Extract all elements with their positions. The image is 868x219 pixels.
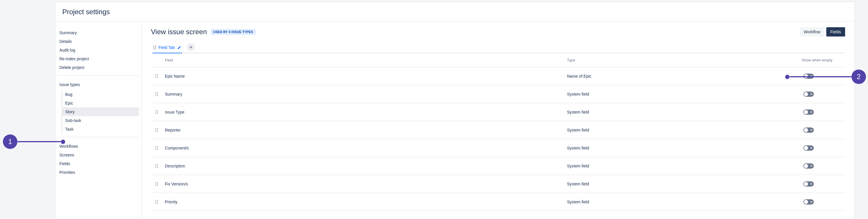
sidebar-item-epic[interactable]: Epic bbox=[62, 99, 139, 107]
sidebar-item-delete-project[interactable]: Delete project bbox=[58, 63, 139, 72]
cell-field: Component/s bbox=[162, 146, 567, 150]
svg-point-9 bbox=[157, 75, 158, 76]
plus-icon bbox=[189, 45, 193, 49]
svg-point-39 bbox=[157, 165, 158, 166]
svg-point-35 bbox=[157, 149, 158, 150]
cell-field: Summary bbox=[162, 92, 567, 96]
svg-point-19 bbox=[157, 110, 158, 111]
svg-point-15 bbox=[157, 94, 158, 94]
sidebar-item-subtask[interactable]: Sub-task bbox=[62, 116, 139, 125]
row-drag-handle-icon[interactable] bbox=[151, 146, 162, 150]
svg-point-40 bbox=[156, 167, 156, 168]
add-tab-button[interactable] bbox=[187, 43, 195, 51]
row-drag-handle-icon[interactable] bbox=[151, 182, 162, 186]
svg-point-33 bbox=[157, 148, 158, 148]
svg-point-41 bbox=[157, 167, 158, 168]
row-drag-handle-icon[interactable] bbox=[151, 92, 162, 96]
svg-point-44 bbox=[156, 183, 156, 184]
show-when-empty-toggle[interactable] bbox=[803, 146, 814, 151]
content: View issue screen USED BY 4 ISSUE TYPES … bbox=[142, 22, 855, 219]
cell-field: Fix Version/s bbox=[162, 182, 567, 186]
cell-type: Name of Epic bbox=[567, 74, 764, 79]
th-show-when-empty: Show when empty bbox=[764, 58, 845, 62]
th-type: Type bbox=[567, 58, 764, 62]
table-row: Fix Version/s System field bbox=[151, 175, 845, 193]
show-when-empty-toggle[interactable] bbox=[803, 92, 814, 97]
view-toggle-group: Workflow Fields bbox=[800, 27, 845, 36]
svg-point-30 bbox=[156, 146, 156, 147]
sidebar-item-reindex[interactable]: Re-index project bbox=[58, 55, 139, 63]
annotation-line bbox=[18, 141, 61, 142]
sidebar-item-summary[interactable]: Summary bbox=[58, 28, 139, 37]
toggle-fields[interactable]: Fields bbox=[826, 27, 845, 36]
svg-point-37 bbox=[157, 164, 158, 165]
sidebar-item-bug[interactable]: Bug bbox=[62, 90, 139, 99]
cell-field: Priority bbox=[162, 199, 567, 204]
row-drag-handle-icon[interactable] bbox=[151, 110, 162, 114]
show-when-empty-toggle[interactable] bbox=[803, 163, 814, 168]
sidebar-item-priorities[interactable]: Priorities bbox=[58, 168, 139, 177]
svg-point-26 bbox=[156, 129, 156, 130]
sidebar-item-fields[interactable]: Fields bbox=[58, 159, 139, 168]
sidebar-item-audit-log[interactable]: Audit log bbox=[58, 46, 139, 55]
show-when-empty-toggle[interactable] bbox=[803, 73, 814, 79]
tab-field-tab[interactable]: Field Tab bbox=[153, 43, 182, 53]
tab-label: Field Tab bbox=[158, 45, 175, 50]
show-when-empty-toggle[interactable] bbox=[803, 199, 814, 205]
row-drag-handle-icon[interactable] bbox=[151, 74, 162, 78]
svg-point-50 bbox=[156, 201, 156, 202]
svg-point-29 bbox=[157, 131, 158, 132]
svg-point-32 bbox=[156, 148, 156, 148]
svg-point-12 bbox=[156, 92, 156, 93]
svg-point-46 bbox=[156, 185, 156, 186]
content-title-wrap: View issue screen USED BY 4 ISSUE TYPES bbox=[151, 28, 255, 36]
sidebar-group-general: Summary Details Audit log Re-index proje… bbox=[58, 28, 139, 75]
table-row: Priority System field bbox=[151, 193, 845, 211]
svg-point-22 bbox=[156, 113, 156, 114]
sidebar-issue-types-list: Bug Epic Story Sub-task Task bbox=[62, 90, 139, 133]
svg-point-13 bbox=[157, 92, 158, 93]
sidebar-item-workflows[interactable]: Workflows bbox=[58, 142, 139, 151]
toggle-workflow[interactable]: Workflow bbox=[800, 27, 824, 36]
svg-point-20 bbox=[156, 112, 156, 113]
show-when-empty-toggle[interactable] bbox=[803, 127, 814, 133]
table-row: Epic Name Name of Epic bbox=[151, 67, 845, 85]
row-drag-handle-icon[interactable] bbox=[151, 164, 162, 168]
cell-type: System field bbox=[567, 146, 764, 150]
cell-type: System field bbox=[567, 110, 764, 115]
cell-type: System field bbox=[567, 128, 764, 132]
sidebar-item-details[interactable]: Details bbox=[58, 37, 139, 46]
row-drag-handle-icon[interactable] bbox=[151, 128, 162, 132]
table-row: Reporter System field bbox=[151, 121, 845, 139]
svg-point-7 bbox=[157, 74, 158, 75]
cell-type: System field bbox=[567, 164, 764, 168]
sidebar-item-task[interactable]: Task bbox=[62, 125, 139, 133]
svg-point-21 bbox=[157, 112, 158, 113]
table-row: Issue Type System field bbox=[151, 103, 845, 121]
table-header-row: Field Type Show when empty bbox=[151, 53, 845, 67]
show-when-empty-toggle[interactable] bbox=[803, 181, 814, 187]
sidebar-heading-issue-types[interactable]: Issue types bbox=[58, 80, 139, 89]
svg-point-27 bbox=[157, 129, 158, 130]
svg-point-53 bbox=[157, 203, 158, 204]
sidebar-item-screens[interactable]: Screens bbox=[58, 151, 139, 159]
svg-point-5 bbox=[155, 49, 156, 50]
row-drag-handle-icon[interactable] bbox=[151, 200, 162, 204]
cell-type: System field bbox=[567, 199, 764, 204]
svg-point-14 bbox=[156, 94, 156, 94]
svg-point-25 bbox=[157, 128, 158, 129]
cell-field: Epic Name bbox=[162, 74, 567, 79]
svg-point-18 bbox=[156, 110, 156, 111]
annotation-badge: 1 bbox=[3, 134, 18, 149]
cell-field: Description bbox=[162, 164, 567, 168]
sidebar-item-story[interactable]: Story bbox=[62, 107, 139, 116]
edit-tab-icon[interactable] bbox=[177, 45, 181, 50]
tabs-row: Field Tab bbox=[151, 43, 845, 53]
viewport: Project settings Summary Details Audit l… bbox=[0, 0, 868, 219]
drag-handle-icon[interactable] bbox=[153, 45, 156, 50]
show-when-empty-toggle[interactable] bbox=[803, 110, 814, 115]
th-field: Field bbox=[162, 58, 567, 62]
svg-point-51 bbox=[157, 201, 158, 202]
usage-badge[interactable]: USED BY 4 ISSUE TYPES bbox=[211, 29, 255, 35]
svg-point-0 bbox=[154, 46, 154, 46]
